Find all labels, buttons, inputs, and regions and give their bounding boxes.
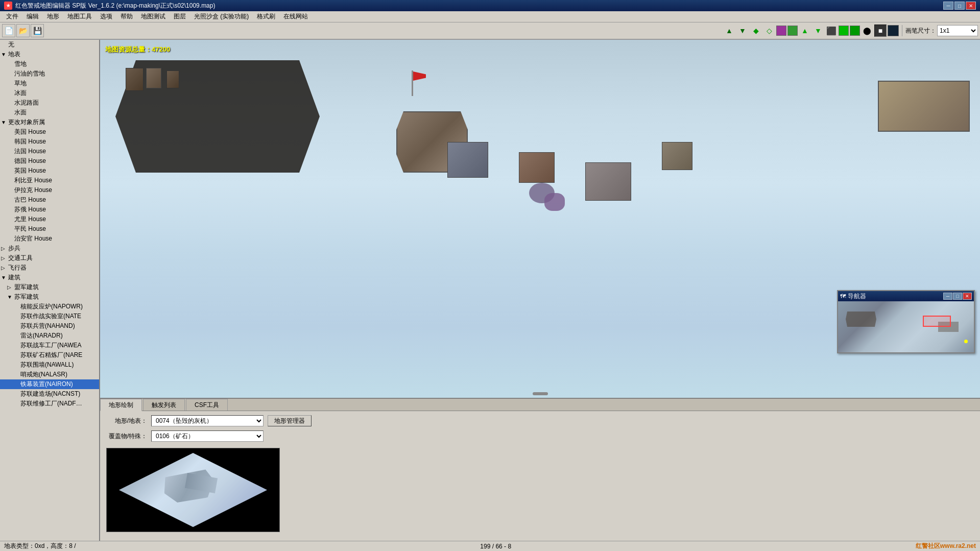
menu-edit[interactable]: 编辑 xyxy=(22,11,43,22)
tab-csf-tools[interactable]: CSF工具 xyxy=(186,399,228,411)
right-area: 地图资源总量：47200 🗺 导航器 ─ □ ✕ xyxy=(100,40,980,551)
tree-item-soviet-house[interactable]: 苏俄 House xyxy=(0,205,99,214)
brush-size-label: 画笔尺寸： xyxy=(905,27,936,35)
tree-item-nadf[interactable]: 苏联维修工厂(NADF… xyxy=(0,399,99,409)
tree-item-nairon[interactable]: 铁幕装置(NAIRON) xyxy=(0,379,99,389)
tree-item-korea-house[interactable]: 韩国 House xyxy=(0,137,99,147)
cover-row: 覆盖物/特殊： 0106（矿石） xyxy=(106,430,974,442)
tree-item-nawea[interactable]: 苏联战车工厂(NAWEA xyxy=(0,341,99,350)
status-coords: 199 / 66 - 8 xyxy=(480,543,511,550)
tool-move-down[interactable]: ▼ xyxy=(736,25,749,37)
menu-format-brush[interactable]: 格式刷 xyxy=(253,11,279,22)
tool-diamond-empty[interactable]: ◇ xyxy=(763,25,775,37)
tool-square-purple[interactable] xyxy=(776,26,786,36)
tool-grid3[interactable] xyxy=(850,26,860,36)
tree-item-grass[interactable]: 草地 xyxy=(0,79,99,88)
tool-grid2[interactable] xyxy=(839,26,849,36)
terrain-select[interactable]: 0074（坠毁的灰机） xyxy=(151,415,264,426)
tree-item-naradr[interactable]: 雷达(NARADR) xyxy=(0,331,99,341)
status-right: 红警社区www.ra2.net xyxy=(916,542,976,550)
tree-item-libya-house[interactable]: 利比亚 House xyxy=(0,176,99,185)
bottom-panel: 地形绘制 触发列表 CSF工具 地形/地表： 0074（坠毁的灰机） 地形管理器… xyxy=(100,398,980,551)
menu-help[interactable]: 帮助 xyxy=(116,11,137,22)
tree-item-oily-snow[interactable]: 污油的雪地 xyxy=(0,69,99,79)
tool-diamond-fill[interactable]: ◆ xyxy=(750,25,762,37)
menu-options[interactable]: 选项 xyxy=(96,11,116,22)
preview-image xyxy=(106,448,280,532)
maximize-button[interactable]: □ xyxy=(954,2,965,10)
tree-item-yuri-house[interactable]: 尤里 House xyxy=(0,214,99,224)
navigator-close[interactable]: ✕ xyxy=(963,293,972,300)
navigator-map[interactable] xyxy=(838,301,974,352)
tree-item-iraq-house[interactable]: 伊拉克 House xyxy=(0,185,99,195)
tree-item-nalasr[interactable]: 哨戒炮(NALASR) xyxy=(0,370,99,379)
tree-item-nahand[interactable]: 苏联兵营(NAHAND) xyxy=(0,321,99,331)
tree-item-water[interactable]: 水面 xyxy=(0,108,99,117)
tree-item-germany-house[interactable]: 德国 House xyxy=(0,156,99,166)
close-button[interactable]: ✕ xyxy=(966,2,976,10)
tree-item-ice[interactable]: 冰面 xyxy=(0,88,99,98)
tree-item-aircraft[interactable]: ▷飞行器 xyxy=(0,263,99,273)
window-title: 红色警戒地图编辑器 SP版 Ver_1.6.2 (e:\map-making\正… xyxy=(15,2,215,10)
tool-move-up[interactable]: ▲ xyxy=(723,25,735,37)
navigator-minimize[interactable]: ─ xyxy=(943,293,952,300)
cover-select[interactable]: 0106（矿石） xyxy=(151,430,264,442)
menu-lighting[interactable]: 光照沙盒 (实验功能) xyxy=(190,11,253,22)
tree-item-allied-buildings[interactable]: ▷盟军建筑 xyxy=(0,282,99,292)
menu-terrain[interactable]: 地形 xyxy=(43,11,63,22)
brush-size-select[interactable]: 1x1 2x2 3x3 4x4 xyxy=(937,25,978,36)
tab-terrain-drawing[interactable]: 地形绘制 xyxy=(100,399,142,411)
toolbar: 📄 📂 💾 ▲ ▼ ◆ ◇ ▲ ▼ ⬛ ⬤ ■ 画笔尺寸： 1x1 2x2 3x… xyxy=(0,22,980,40)
menu-file[interactable]: 文件 xyxy=(2,11,22,22)
menu-map-test[interactable]: 地图测试 xyxy=(137,11,170,22)
tree-item-nawall[interactable]: 苏联围墙(NAWALL) xyxy=(0,360,99,370)
navigator-maximize[interactable]: □ xyxy=(953,293,962,300)
navigator-controls: ─ □ ✕ xyxy=(943,293,972,300)
tool-black-square[interactable]: ■ xyxy=(874,25,887,37)
tree-item-vehicles[interactable]: ▷交通工具 xyxy=(0,253,99,263)
tree-item-infantry[interactable]: ▷步兵 xyxy=(0,244,99,253)
tool-dark-square[interactable] xyxy=(888,25,899,36)
tool-arrow-green-down[interactable]: ▼ xyxy=(812,25,824,37)
tool-grid1[interactable]: ⬛ xyxy=(825,25,838,37)
tree-item-buildings[interactable]: ▼建筑 xyxy=(0,273,99,282)
tree-item-usa-house[interactable]: 美国 House xyxy=(0,127,99,137)
tree-item-snow[interactable]: 雪地 xyxy=(0,59,99,69)
tree-item-change-house[interactable]: ▼更改对象所属 xyxy=(0,117,99,127)
tab-trigger-list[interactable]: 触发列表 xyxy=(143,399,185,411)
status-left: 地表类型：0xd，高度：8 / xyxy=(4,542,76,550)
minimize-button[interactable]: ─ xyxy=(943,2,953,10)
tree-item-france-house[interactable]: 法国 House xyxy=(0,147,99,156)
tree-item-civilian-house[interactable]: 平民 House xyxy=(0,224,99,234)
tree-item-cement[interactable]: 水泥路面 xyxy=(0,98,99,108)
tool-square-green[interactable] xyxy=(787,26,798,36)
menu-online[interactable]: 在线网站 xyxy=(279,11,312,22)
menu-layers[interactable]: 图层 xyxy=(170,11,190,22)
tree-item-cuba-house[interactable]: 古巴 House xyxy=(0,195,99,205)
open-file-button[interactable]: 📂 xyxy=(16,24,30,37)
nav-position-dot xyxy=(964,340,968,343)
tool-circle[interactable]: ⬤ xyxy=(861,25,873,37)
tree-item-nare[interactable]: 苏联矿石精炼厂(NARE xyxy=(0,350,99,360)
terrain-label: 地形/地表： xyxy=(106,417,147,425)
tree-item-terrain[interactable]: ▼地表 xyxy=(0,50,99,59)
map-viewport[interactable]: 地图资源总量：47200 🗺 导航器 ─ □ ✕ xyxy=(100,40,980,398)
tree-item-none[interactable]: 无 xyxy=(0,40,99,50)
nav-viewport-indicator xyxy=(923,316,951,327)
menu-map-tools[interactable]: 地图工具 xyxy=(63,11,96,22)
tool-arrow-green-up[interactable]: ▲ xyxy=(799,25,811,37)
tree-item-sheriff-house[interactable]: 治安官 House xyxy=(0,234,99,244)
tree-item-uk-house[interactable]: 英国 House xyxy=(0,166,99,176)
tree-item-nate[interactable]: 苏联作战实验室(NATE xyxy=(0,312,99,321)
terrain-manager-button[interactable]: 地形管理器 xyxy=(268,415,312,426)
tree-item-napowr[interactable]: 核能反应炉(NAPOWR) xyxy=(0,302,99,312)
menu-bar: 文件 编辑 地形 地图工具 选项 帮助 地图测试 图层 光照沙盒 (实验功能) … xyxy=(0,11,980,22)
tree-item-soviet-buildings[interactable]: ▼苏军建筑 xyxy=(0,292,99,302)
tree-item-nacnst[interactable]: 苏联建造场(NACNST) xyxy=(0,389,99,399)
navigator-title-text: 导航器 xyxy=(848,292,866,301)
map-credit: 地图资源总量：47200 xyxy=(105,45,170,54)
new-file-button[interactable]: 📄 xyxy=(2,24,15,37)
left-panel: 无 ▼地表 雪地 污油的雪地 草地 冰面 水泥路面 水面 ▼更改对象所属 美国 … xyxy=(0,40,100,551)
save-file-button[interactable]: 💾 xyxy=(31,24,44,37)
terrain-row: 地形/地表： 0074（坠毁的灰机） 地形管理器 xyxy=(106,415,974,426)
